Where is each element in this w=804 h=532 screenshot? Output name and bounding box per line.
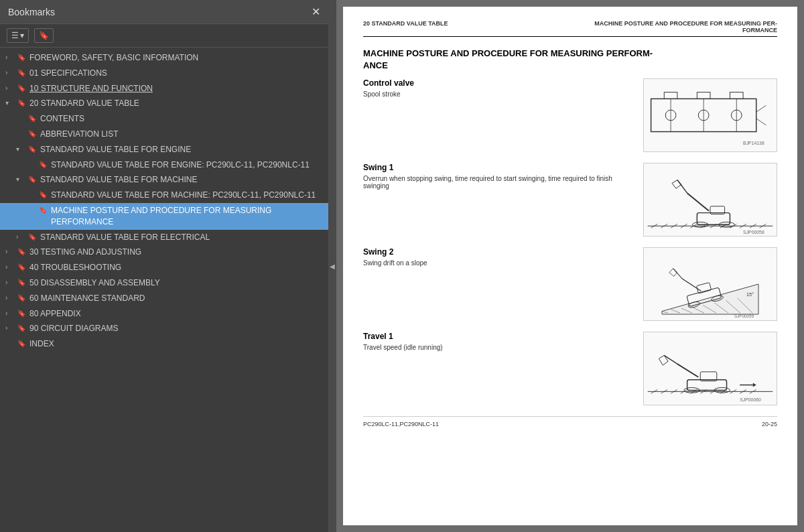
svg-rect-2 [697,92,710,99]
tree-item-contents[interactable]: 🔖CONTENTS [0,111,328,127]
section-title-control_valve: Control valve [363,78,632,88]
svg-line-66 [677,364,698,378]
tree-item-svt_engine_detail[interactable]: 🔖STANDARD VALUE TABLE FOR ENGINE: PC290L… [0,157,328,173]
footer-left: PC290LC-11,PC290NLC-11 [363,421,439,427]
tree-label-50disassem: 50 DISASSEMBLY AND ASSEMBLY [29,277,323,289]
svg-line-11 [756,119,766,125]
section-subtitle-control_valve: Spool stroke [363,90,632,98]
svg-marker-69 [753,383,756,387]
svg-text:BJP14138: BJP14138 [743,141,764,146]
doc-footer: PC290LC-11,PC290NLC-11 20-25 [363,416,777,427]
expand-icon-50disassem: › [5,278,16,287]
tree-item-svt_electrical[interactable]: ›🔖STANDARD VALUE TABLE FOR ELECTRICAL [0,230,328,245]
tree-label-10struct: 10 STRUCTURE AND FUNCTION [29,83,323,94]
tree-label-svt_machine_detail: STANDARD VALUE TABLE FOR MACHINE: PC290L… [51,190,323,201]
collapse-icon: ◀ [330,263,335,270]
tree-item-index[interactable]: 🔖INDEX [0,336,328,352]
expand-icon-90circuit: › [5,324,16,333]
list-icon: ☰ [11,31,19,40]
tree-item-80append[interactable]: ›🔖80 APPENDIX [0,306,328,322]
section-text-swing2: Swing 2Swing drift on a slope [363,247,632,267]
tree-item-30testing[interactable]: ›🔖30 TESTING AND ADJUSTING [0,245,328,260]
section-subtitle-travel1: Travel speed (idle running) [363,344,632,351]
tree-item-svt_engine[interactable]: ▾🔖STANDARD VALUE TABLE FOR ENGINE [0,142,328,157]
svg-rect-26 [697,213,730,225]
tree-label-60maint: 60 MAINTENANCE STANDARD [29,293,323,304]
bookmarks-header: Bookmarks ✕ [0,0,328,24]
tree-label-contents: CONTENTS [40,113,323,125]
tree-item-foreword[interactable]: ›🔖FOREWORD, SAFETY, BASIC INFORMATION [0,50,328,66]
tree-label-80append: 80 APPENDIX [29,308,323,320]
tree-item-90circuit[interactable]: ›🔖90 CIRCUIT DIAGRAMS [0,321,328,336]
expand-icon-20std: ▾ [5,98,16,108]
svg-text:SJP00058: SJP00058 [743,230,764,235]
section-subtitle-swing1: Overrun when stopping swing, time requir… [363,175,632,190]
section-row-travel1: Travel 1Travel speed (idle running) SJP0… [363,332,777,405]
section-text-travel1: Travel 1Travel speed (idle running) [363,332,632,351]
tree-item-machine_posture[interactable]: 🔖MACHINE POSTURE AND PROCEDURE FOR MEASU… [0,203,328,230]
bookmark-add-button[interactable]: 🔖 [34,28,54,43]
bookmark-icon-contents: 🔖 [28,114,38,123]
bookmark-icon-svt_machine: 🔖 [28,175,38,184]
svg-marker-33 [662,284,758,314]
tree-label-30testing: 30 TESTING AND ADJUSTING [29,247,323,258]
footer-right: 20-25 [762,421,777,427]
tree-item-50disassem[interactable]: ›🔖50 DISASSEMBLY AND ASSEMBLY [0,275,328,291]
expand-icon-60maint: › [5,293,16,303]
tree-label-foreword: FOREWORD, SAFETY, BASIC INFORMATION [29,52,323,64]
tree-item-svt_machine_detail[interactable]: 🔖STANDARD VALUE TABLE FOR MACHINE: PC290… [0,188,328,203]
doc-header-left: 20 STANDARD VALUE TABLE [363,20,448,34]
section-row-swing2: Swing 2Swing drift on a slope 15° SJP000… [363,247,777,321]
svg-text:15°: 15° [746,291,754,297]
section-title-swing2: Swing 2 [363,247,632,257]
svg-line-30 [687,194,709,212]
expand-icon-40trouble: › [5,263,16,272]
section-image-swing1: SJP00058 [643,163,777,237]
expand-icon-30testing: › [5,247,16,257]
tree-item-10struct[interactable]: ›🔖10 STRUCTURE AND FUNCTION [0,81,328,96]
section-row-control_valve: Control valveSpool stroke BJP14138 [363,78,777,152]
expand-icon-foreword: › [5,53,16,62]
tree-item-20std[interactable]: ▾🔖20 STANDARD VALUE TABLE [0,96,328,111]
tree-item-01spec[interactable]: ›🔖01 SPECIFICATIONS [0,66,328,81]
tree-item-abbrev[interactable]: 🔖ABBREVIATION LIST [0,127,328,142]
bookmarks-title: Bookmarks [8,7,55,17]
section-text-control_valve: Control valveSpool stroke [363,78,632,98]
tree-label-40trouble: 40 TROUBLESHOOTING [29,262,323,273]
collapse-handle[interactable]: ◀ [328,0,336,532]
tree-label-svt_machine: STANDARD VALUE TABLE FOR MACHINE [40,174,323,186]
main-doc-title: MACHINE POSTURE AND PROCEDURE FOR MEASUR… [363,48,777,72]
doc-header: 20 STANDARD VALUE TABLE MACHINE POSTURE … [363,20,777,37]
tree-item-40trouble[interactable]: ›🔖40 TROUBLESHOOTING [0,260,328,275]
bookmark-icon-20std: 🔖 [17,98,27,108]
bookmark-icon-svt_machine_detail: 🔖 [39,190,48,200]
tree-item-svt_machine[interactable]: ▾🔖STANDARD VALUE TABLE FOR MACHINE [0,172,328,188]
svg-rect-3 [730,92,743,99]
bookmark-icon-machine_posture: 🔖 [39,206,48,215]
bookmark-icon-30testing: 🔖 [17,247,27,257]
document-panel: 20 STANDARD VALUE TABLE MACHINE POSTURE … [336,0,804,532]
list-view-button[interactable]: ☰ ▾ [7,28,29,43]
tree-label-svt_engine_detail: STANDARD VALUE TABLE FOR ENGINE: PC290LC… [51,159,323,171]
section-image-travel1: SJP00060 [643,332,777,405]
bookmark-icon-50disassem: 🔖 [17,278,27,287]
page-content: 20 STANDARD VALUE TABLE MACHINE POSTURE … [343,7,797,525]
bookmark-icon-abbrev: 🔖 [28,129,38,139]
tree-label-90circuit: 90 CIRCUIT DIAGRAMS [29,323,323,334]
toolbar: ☰ ▾ 🔖 [0,24,328,48]
tree-item-60maint[interactable]: ›🔖60 MAINTENANCE STANDARD [0,291,328,306]
expand-icon-01spec: › [5,68,16,78]
bookmark-icon-90circuit: 🔖 [17,324,27,333]
close-button[interactable]: ✕ [312,7,320,17]
svg-rect-1 [664,92,677,99]
section-row-swing1: Swing 1Overrun when stopping swing, time… [363,163,777,237]
expand-icon-10struct: › [5,84,16,93]
svg-line-10 [756,106,766,113]
svg-text:SJP00059: SJP00059 [734,314,754,318]
sections-container: Control valveSpool stroke BJP14138 Swing… [363,78,777,405]
tree-label-svt_electrical: STANDARD VALUE TABLE FOR ELECTRICAL [40,232,323,243]
bookmark-icon-10struct: 🔖 [17,84,27,93]
svg-line-47 [673,267,682,281]
expand-icon-svt_engine: ▾ [16,145,27,154]
bookmark-icon: 🔖 [39,31,49,40]
